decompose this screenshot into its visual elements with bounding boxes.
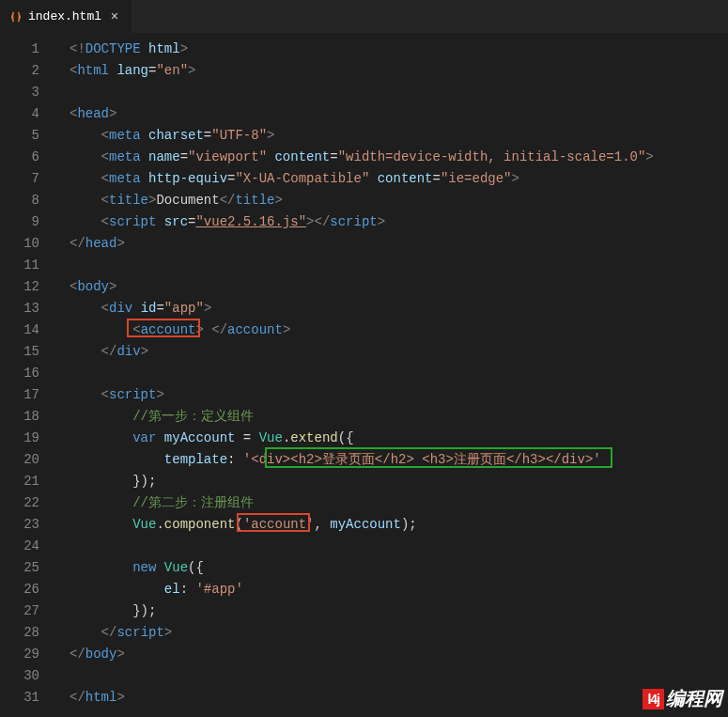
line-number: 12: [0, 276, 56, 298]
line-number-gutter: 1234567891011121314151617181920212223242…: [0, 33, 56, 717]
line-number: 25: [0, 557, 56, 579]
line-number: 2: [0, 60, 56, 82]
line-number: 1: [0, 39, 56, 60]
line-number: 13: [0, 298, 56, 320]
line-number: 8: [0, 190, 56, 211]
line-number: 6: [0, 147, 56, 168]
line-number: 28: [0, 622, 56, 644]
line-number: 23: [0, 514, 56, 536]
editor: 1234567891011121314151617181920212223242…: [0, 33, 728, 717]
line-number: 18: [0, 406, 56, 428]
line-number: 5: [0, 125, 56, 147]
line-number: 16: [0, 363, 56, 384]
tab-bar: index.html ×: [0, 0, 728, 33]
line-number: 4: [0, 103, 56, 125]
line-number: 30: [0, 665, 56, 687]
line-number: 20: [0, 449, 56, 471]
line-number: 24: [0, 536, 56, 557]
line-number: 11: [0, 255, 56, 276]
watermark-logo: l4j 编程网: [643, 686, 722, 711]
line-number: 21: [0, 471, 56, 492]
line-number: 17: [0, 384, 56, 406]
line-number: 9: [0, 211, 56, 233]
watermark-text: 编程网: [666, 686, 722, 711]
line-number: 31: [0, 687, 56, 709]
line-number: 15: [0, 341, 56, 363]
line-number: 14: [0, 320, 56, 341]
line-number: 10: [0, 233, 56, 255]
line-number: 3: [0, 82, 56, 103]
line-number: 19: [0, 428, 56, 449]
code-area[interactable]: <!DOCTYPE html> <html lang="en"> <head> …: [56, 33, 728, 717]
close-icon[interactable]: ×: [107, 9, 122, 24]
line-number: 29: [0, 644, 56, 665]
line-number: 22: [0, 492, 56, 514]
tab-label: index.html: [28, 9, 101, 23]
line-number: 7: [0, 168, 56, 190]
html-file-icon: [9, 10, 23, 23]
watermark-badge: l4j: [643, 689, 664, 709]
line-number: 27: [0, 600, 56, 622]
line-number: 26: [0, 579, 56, 600]
tab-index-html[interactable]: index.html ×: [0, 0, 132, 33]
